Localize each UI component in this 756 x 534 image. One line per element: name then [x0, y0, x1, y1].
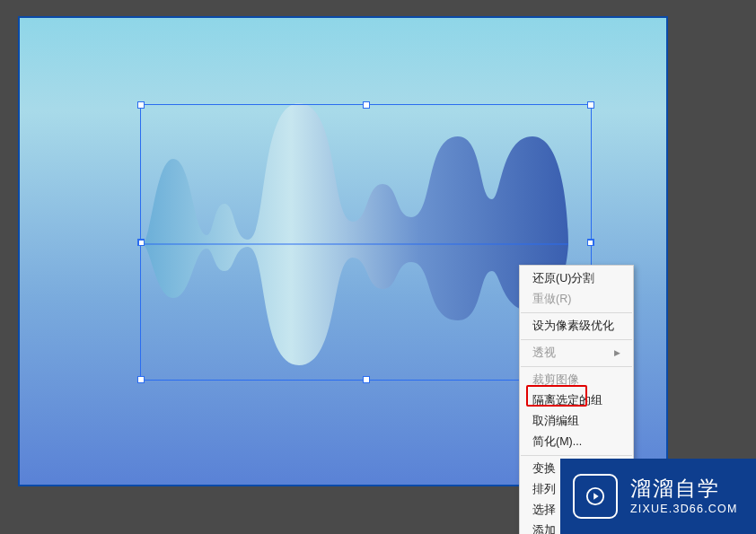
- menu-item-label: 变换: [532, 461, 556, 477]
- brand-text: 溜溜自学 ZIXUE.3D66.COM: [630, 477, 738, 514]
- resize-handle-tl[interactable]: [137, 101, 145, 109]
- menu-separator: [521, 312, 632, 313]
- path-anchor-left[interactable]: [138, 240, 145, 246]
- menu-item-9[interactable]: 取消编组: [520, 411, 633, 432]
- menu-item-label: 选择: [532, 503, 556, 518]
- brand-watermark: 溜溜自学 ZIXUE.3D66.COM: [560, 459, 756, 534]
- menu-item-10[interactable]: 简化(M)...: [520, 432, 633, 452]
- resize-handle-bm[interactable]: [363, 376, 370, 383]
- menu-separator: [521, 339, 632, 340]
- brand-subtitle: ZIXUE.3D66.COM: [630, 503, 738, 515]
- resize-handle-tr[interactable]: [587, 101, 594, 109]
- menu-separator: [521, 366, 632, 367]
- menu-item-label: 隔离选定的组: [532, 393, 602, 408]
- path-anchor-right[interactable]: [587, 240, 593, 246]
- menu-item-label: 排列: [532, 482, 556, 497]
- menu-separator: [521, 455, 632, 456]
- menu-item-label: 设为像素级优化: [532, 319, 614, 334]
- menu-item-label: 还原(U)分割: [532, 271, 594, 286]
- menu-item-label: 简化(M)...: [532, 434, 582, 450]
- resize-handle-bl[interactable]: [137, 376, 145, 383]
- brand-title: 溜溜自学: [630, 477, 738, 500]
- menu-item-0[interactable]: 还原(U)分割: [520, 268, 633, 289]
- menu-item-label: 透视: [532, 346, 556, 361]
- menu-item-1: 重做(R): [520, 289, 633, 310]
- menu-item-3[interactable]: 设为像素级优化: [520, 316, 633, 337]
- menu-item-5: 透视▶: [520, 343, 633, 363]
- menu-item-7: 裁剪图像: [520, 370, 633, 390]
- menu-item-label: 裁剪图像: [532, 372, 579, 388]
- workspace: 还原(U)分割重做(R)设为像素级优化透视▶裁剪图像隔离选定的组取消编组简化(M…: [0, 0, 756, 534]
- resize-handle-tm[interactable]: [363, 101, 370, 109]
- chevron-right-icon: ▶: [614, 346, 620, 361]
- menu-item-8[interactable]: 隔离选定的组: [520, 390, 633, 411]
- menu-item-label: 重做(R): [532, 292, 571, 307]
- menu-item-label: 取消编组: [532, 414, 579, 429]
- play-icon: [573, 474, 618, 519]
- menu-item-label: 添加: [532, 523, 556, 534]
